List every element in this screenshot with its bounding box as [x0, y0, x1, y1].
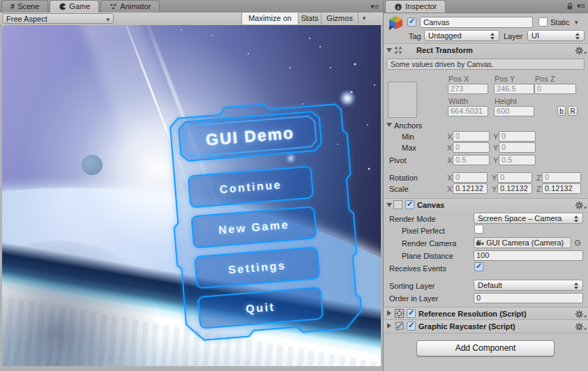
rotation-label: Rotation: [389, 173, 418, 183]
animator-icon: [110, 3, 117, 10]
reference-resolution-checkbox[interactable]: [407, 309, 416, 318]
pivot-x-field[interactable]: 0.5: [453, 155, 490, 165]
pane-menu-icon[interactable]: ▾≡: [370, 2, 379, 11]
moon-silhouette: [82, 155, 103, 175]
anchor-max-y-field[interactable]: 0: [499, 142, 536, 153]
min-label: Min: [402, 132, 414, 142]
rotation-y-field[interactable]: 0: [497, 172, 532, 183]
rect-transform-anchor-icon: [393, 45, 404, 56]
height-field[interactable]: 600: [494, 106, 534, 116]
canvas-component-header[interactable]: Canvas ▾: [384, 198, 588, 211]
rotation-x-field[interactable]: 0: [453, 172, 488, 183]
foldout-closed-icon[interactable]: [387, 310, 391, 316]
scale-label: Scale: [389, 184, 409, 194]
rect-preview-thumbnail: [388, 82, 417, 118]
render-mode-dropdown[interactable]: Screen Space – Camera: [474, 213, 583, 224]
updown-arrows-icon: [574, 215, 579, 222]
anchor-min-x-field[interactable]: 0: [453, 131, 490, 142]
aspect-dropdown[interactable]: Free Aspect ▾: [2, 13, 114, 24]
foldout-closed-icon[interactable]: [387, 323, 391, 328]
gear-icon[interactable]: ▾: [575, 310, 584, 319]
height-label: Height: [495, 96, 517, 106]
inspector-tabstrip: Inspector ▾≡: [384, 0, 588, 13]
tag-dropdown[interactable]: Untagged: [424, 30, 499, 41]
gear-icon[interactable]: ▾: [575, 322, 584, 331]
gear-icon[interactable]: ▾: [575, 46, 584, 55]
updown-arrows-icon: [575, 33, 580, 40]
axis-x-label: X: [447, 184, 452, 194]
scale-x-field[interactable]: 0.12132: [453, 183, 488, 194]
tab-animator[interactable]: Animator: [100, 0, 160, 13]
scene-grid-icon: #: [10, 1, 15, 13]
reference-resolution-title: Reference Resolution (Script): [419, 310, 527, 318]
width-field[interactable]: 664.5031: [448, 106, 488, 116]
axis-x-label: X: [447, 173, 452, 183]
pos-x-field[interactable]: 273: [448, 84, 488, 94]
graphic-raycaster-header[interactable]: Graphic Raycaster (Script) ▾: [384, 319, 588, 333]
maximize-on-play-button[interactable]: Maximize on Play: [241, 13, 298, 24]
inspector-menu-icon[interactable]: ▾≡: [577, 1, 585, 10]
pos-y-field[interactable]: 246.5: [494, 84, 534, 94]
static-checkbox[interactable]: [538, 17, 548, 26]
rotation-z-field[interactable]: 0: [542, 172, 581, 183]
active-checkbox[interactable]: [407, 17, 416, 26]
foldout-open-icon[interactable]: [386, 203, 392, 207]
max-label: Max: [402, 143, 416, 153]
axis-y-label: Y: [492, 173, 497, 183]
gizmos-button[interactable]: Gizmos: [321, 13, 358, 24]
reference-resolution-icon: [394, 308, 405, 319]
sorting-layer-dropdown[interactable]: Default: [474, 280, 583, 291]
camera-icon: [476, 239, 484, 248]
updown-arrows-icon: [574, 282, 579, 289]
lock-icon[interactable]: [566, 2, 574, 10]
scale-z-field[interactable]: 0.12132: [542, 183, 581, 194]
add-component-button[interactable]: Add Component: [416, 340, 555, 356]
reference-resolution-header[interactable]: Reference Resolution (Script) ▾: [384, 307, 588, 320]
blueprint-mode-button[interactable]: b: [557, 106, 566, 116]
pivot-y-field[interactable]: 0.5: [499, 155, 536, 165]
axis-y-label: Y: [493, 156, 498, 165]
gear-icon[interactable]: ▾: [575, 201, 584, 210]
foldout-open-icon[interactable]: [386, 48, 392, 52]
plane-distance-field[interactable]: 100: [474, 250, 583, 261]
game-viewport: GUI Demo Continue New Game Settings Quit: [2, 25, 381, 366]
anchor-min-y-field[interactable]: 0: [499, 131, 536, 142]
width-label: Width: [448, 96, 468, 106]
static-label: Static: [550, 17, 570, 27]
graphic-raycaster-title: Graphic Raycaster (Script): [419, 322, 515, 331]
anchors-foldout-icon[interactable]: [386, 123, 392, 127]
axis-z-label: Z: [536, 173, 541, 183]
game-pacman-icon: [59, 3, 66, 10]
tab-inspector[interactable]: Inspector: [385, 0, 446, 13]
tab-scene-label: Scene: [17, 1, 39, 13]
canvas-enabled-checkbox[interactable]: [405, 200, 414, 209]
render-camera-object-field[interactable]: GUI Camera (Camera): [474, 237, 571, 248]
pos-z-field[interactable]: 0: [534, 84, 576, 94]
axis-x-label: X: [447, 132, 452, 142]
order-in-layer-field[interactable]: 0: [474, 293, 583, 303]
axis-x-label: X: [447, 156, 452, 165]
graphic-raycaster-checkbox[interactable]: [407, 321, 416, 331]
object-picker-icon[interactable]: ⊙: [574, 238, 581, 248]
pixel-perfect-checkbox[interactable]: [474, 225, 483, 234]
static-arrow-icon[interactable]: ▾: [575, 17, 578, 27]
gizmos-arrow-icon[interactable]: ▾: [358, 13, 370, 24]
tab-game[interactable]: Game: [50, 0, 99, 13]
name-field[interactable]: Canvas: [420, 17, 533, 28]
anchors-label: Anchors: [394, 121, 422, 130]
order-in-layer-label: Order in Layer: [389, 294, 438, 303]
graphic-raycaster-icon: [394, 321, 405, 331]
receives-events-checkbox[interactable]: [474, 262, 483, 271]
aspect-dropdown-arrow-icon: ▾: [106, 15, 110, 24]
layer-dropdown[interactable]: UI: [527, 30, 585, 41]
raw-edit-mode-button[interactable]: R: [568, 106, 578, 116]
tab-scene[interactable]: # Scene: [1, 0, 48, 13]
scale-y-field[interactable]: 0.12132: [497, 183, 532, 194]
gameobject-cube-icon[interactable]: [388, 15, 404, 31]
rect-transform-header[interactable]: Rect Transform ▾: [384, 43, 588, 56]
anchor-max-x-field[interactable]: 0: [453, 142, 490, 153]
stats-button[interactable]: Stats: [298, 13, 321, 24]
axis-z-label: Z: [536, 184, 541, 194]
rect-transform-title: Rect Transform: [416, 46, 473, 54]
canvas-component-title: Canvas: [417, 201, 444, 209]
